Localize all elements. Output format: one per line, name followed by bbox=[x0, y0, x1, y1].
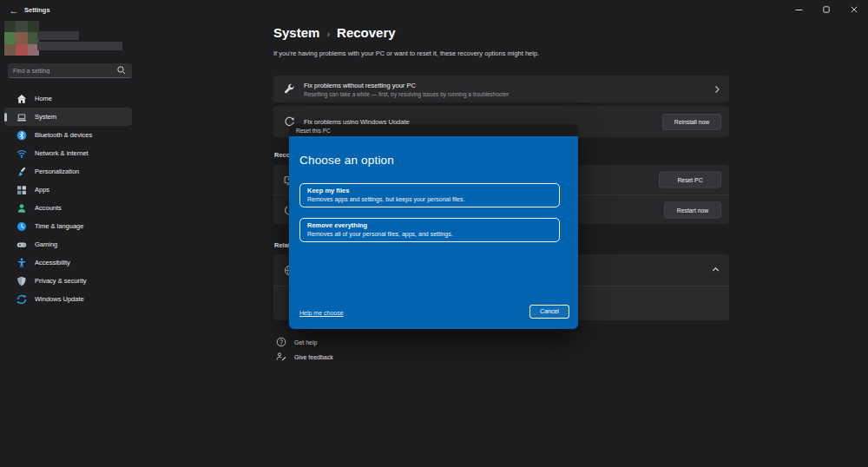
reset-this-pc-dialog: Reset this PC Choose an option Keep my f… bbox=[289, 124, 578, 329]
home-icon bbox=[16, 94, 27, 104]
cancel-button[interactable]: Cancel bbox=[529, 305, 569, 319]
restart-now-button[interactable]: Restart now bbox=[664, 201, 721, 218]
remove-everything-description: Removes all of your personal files, apps… bbox=[307, 231, 552, 237]
sidebar-item-network-internet[interactable]: Network & internet bbox=[4, 144, 132, 162]
sidebar-item-personalization[interactable]: Personalization bbox=[4, 162, 132, 181]
get-help-link[interactable]: Get help bbox=[276, 337, 317, 347]
remove-everything-title: Remove everything bbox=[307, 221, 552, 229]
bluetooth-icon bbox=[16, 130, 27, 141]
shield-icon bbox=[16, 276, 27, 286]
dialog-titlebar: Reset this PC bbox=[289, 124, 578, 136]
search-box[interactable] bbox=[8, 63, 132, 78]
chevron-up-icon bbox=[712, 266, 720, 273]
sidebar-item-system[interactable]: System bbox=[4, 108, 132, 126]
sidebar-item-gaming[interactable]: Gaming bbox=[4, 235, 132, 253]
breadcrumb-system[interactable]: System bbox=[273, 25, 319, 40]
breadcrumb: System › Recovery bbox=[273, 25, 396, 40]
feedback-icon bbox=[276, 352, 286, 362]
keep-my-files-option[interactable]: Keep my files Removes apps and settings,… bbox=[299, 183, 560, 207]
apps-icon bbox=[16, 185, 27, 195]
dialog-heading: Choose an option bbox=[299, 154, 394, 167]
accessibility-person-icon bbox=[16, 258, 27, 268]
help-me-choose-link[interactable]: Help me choose bbox=[299, 310, 344, 316]
sidebar-item-label: Apps bbox=[35, 186, 49, 194]
close-icon[interactable] bbox=[845, 2, 863, 17]
window-controls bbox=[790, 2, 863, 17]
sidebar-item-label: Network & internet bbox=[35, 149, 89, 157]
sidebar-item-label: Privacy & security bbox=[35, 277, 87, 285]
fix-problems-subtitle: Resetting can take a while — first, try … bbox=[304, 91, 509, 97]
selected-accent-pill bbox=[4, 113, 7, 122]
fix-problems-title: Fix problems without resetting your PC bbox=[304, 82, 509, 89]
titlebar: ← Settings bbox=[0, 0, 868, 21]
sidebar-item-bluetooth-devices[interactable]: Bluetooth & devices bbox=[4, 126, 132, 144]
wrench-icon bbox=[284, 83, 295, 95]
chevron-right-icon bbox=[713, 85, 720, 94]
give-feedback-link[interactable]: Give feedback bbox=[276, 352, 333, 362]
keep-my-files-title: Keep my files bbox=[307, 187, 552, 194]
brush-icon bbox=[16, 167, 27, 177]
sidebar: Home System Bluetooth & devices Network … bbox=[0, 21, 139, 467]
sidebar-item-privacy-security[interactable]: Privacy & security bbox=[4, 272, 132, 290]
sidebar-item-label: Gaming bbox=[35, 240, 57, 248]
gamepad-icon bbox=[16, 240, 27, 250]
clock-icon bbox=[16, 221, 27, 232]
search-icon bbox=[116, 65, 128, 76]
sidebar-item-label: Home bbox=[35, 95, 52, 102]
sidebar-item-label: Accounts bbox=[35, 204, 62, 212]
avatar[interactable] bbox=[4, 21, 39, 56]
sidebar-item-label: Accessibility bbox=[35, 259, 70, 266]
reinstall-now-button[interactable]: Reinstall now bbox=[662, 114, 721, 130]
minimize-icon[interactable] bbox=[790, 2, 807, 17]
profile-email-redacted bbox=[37, 42, 122, 50]
system-icon bbox=[16, 112, 27, 122]
fix-problems-card[interactable]: Fix problems without resetting your PC R… bbox=[273, 76, 729, 102]
breadcrumb-separator: › bbox=[326, 29, 330, 39]
sidebar-item-home[interactable]: Home bbox=[4, 89, 132, 108]
sidebar-item-label: System bbox=[35, 113, 56, 121]
reset-pc-button[interactable]: Reset PC bbox=[659, 172, 721, 188]
profile-name-redacted bbox=[37, 31, 79, 40]
remove-everything-option[interactable]: Remove everything Removes all of your pe… bbox=[299, 218, 560, 242]
update-arrows-icon bbox=[16, 294, 27, 305]
sidebar-item-accessibility[interactable]: Accessibility bbox=[4, 253, 132, 272]
give-feedback-label: Give feedback bbox=[294, 354, 333, 360]
sidebar-item-windows-update[interactable]: Windows Update bbox=[4, 290, 132, 308]
search-input[interactable] bbox=[8, 68, 116, 74]
sidebar-item-label: Bluetooth & devices bbox=[35, 131, 92, 139]
dialog-body: Choose an option Keep my files Removes a… bbox=[289, 136, 578, 329]
sidebar-item-label: Windows Update bbox=[35, 295, 84, 303]
sidebar-item-apps[interactable]: Apps bbox=[4, 181, 132, 199]
page-title: Recovery bbox=[337, 25, 396, 40]
get-help-label: Get help bbox=[294, 339, 317, 345]
app-title: Settings bbox=[24, 6, 50, 14]
back-arrow-icon[interactable]: ← bbox=[7, 3, 21, 17]
sidebar-item-label: Time & language bbox=[35, 222, 83, 230]
wifi-icon bbox=[16, 148, 27, 159]
sidebar-item-label: Personalization bbox=[35, 168, 79, 175]
sidebar-item-time-language[interactable]: Time & language bbox=[4, 217, 132, 235]
keep-my-files-description: Removes apps and settings, but keeps you… bbox=[307, 196, 552, 202]
sidebar-item-accounts[interactable]: Accounts bbox=[4, 199, 132, 217]
sidebar-nav: Home System Bluetooth & devices Network … bbox=[4, 89, 132, 308]
page-description: If you're having problems with your PC o… bbox=[273, 49, 539, 57]
dialog-title: Reset this PC bbox=[296, 128, 331, 134]
question-circle-icon bbox=[276, 337, 286, 347]
maximize-icon[interactable] bbox=[818, 2, 835, 17]
person-icon bbox=[16, 203, 27, 214]
